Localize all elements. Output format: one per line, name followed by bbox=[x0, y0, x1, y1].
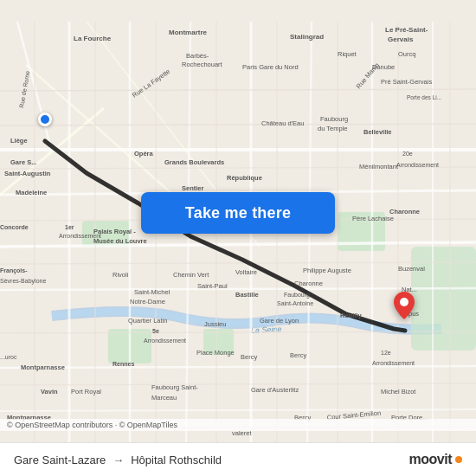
svg-text:Gare de Lyon: Gare de Lyon bbox=[260, 317, 299, 325]
svg-text:Rennes: Rennes bbox=[113, 361, 134, 367]
origin-marker bbox=[38, 113, 52, 126]
svg-text:...uroc: ...uroc bbox=[0, 354, 17, 360]
svg-text:République: République bbox=[227, 174, 262, 182]
svg-text:La Fourche: La Fourche bbox=[74, 35, 112, 42]
svg-text:Philippe Auguste: Philippe Auguste bbox=[303, 267, 351, 274]
route-arrow-icon: → bbox=[113, 453, 124, 466]
svg-text:Palais Royal -: Palais Royal - bbox=[93, 228, 136, 235]
svg-text:Reuilly: Reuilly bbox=[340, 312, 362, 319]
svg-text:Bastille: Bastille bbox=[235, 291, 259, 299]
svg-text:Pré Saint-Gervais: Pré Saint-Gervais bbox=[381, 78, 432, 86]
moovit-logo: moovit bbox=[409, 452, 462, 467]
svg-text:Faubourg Saint-: Faubourg Saint- bbox=[151, 383, 198, 391]
svg-text:Barbès-: Barbès- bbox=[186, 52, 209, 60]
svg-text:Faubourg: Faubourg bbox=[320, 115, 348, 123]
svg-text:Charonne: Charonne bbox=[294, 280, 323, 287]
svg-text:Rochechouart: Rochechouart bbox=[182, 61, 223, 68]
svg-text:Liège: Liège bbox=[10, 137, 28, 145]
destination-marker bbox=[394, 292, 415, 323]
svg-text:Château d'Eau: Château d'Eau bbox=[261, 119, 304, 127]
route-info: Gare Saint-Lazare → Hôpital Rothschild bbox=[14, 453, 409, 466]
svg-text:Arrondissement: Arrondissement bbox=[372, 360, 415, 366]
take-me-there-button[interactable]: Take me there bbox=[141, 192, 335, 234]
svg-text:Belleville: Belleville bbox=[363, 128, 392, 136]
attribution-text: © OpenStreetMap contributors · © OpenMap… bbox=[7, 421, 177, 429]
svg-text:Port Royal: Port Royal bbox=[71, 388, 101, 396]
svg-text:Marceau: Marceau bbox=[151, 394, 177, 402]
svg-text:12e: 12e bbox=[381, 350, 391, 356]
svg-text:Bercy: Bercy bbox=[241, 353, 257, 361]
svg-text:Rivoli: Rivoli bbox=[113, 271, 129, 279]
svg-text:Madeleine: Madeleine bbox=[16, 189, 47, 196]
attribution-bar: © OpenStreetMap contributors · © OpenMap… bbox=[0, 419, 476, 431]
svg-text:Jussieu: Jussieu bbox=[204, 320, 226, 328]
destination-label: Hôpital Rothschild bbox=[131, 453, 222, 466]
svg-text:Gervais: Gervais bbox=[388, 35, 414, 43]
moovit-dot-icon bbox=[455, 456, 462, 463]
svg-text:Michel Bizot: Michel Bizot bbox=[381, 388, 416, 396]
svg-text:Musée du Louvre: Musée du Louvre bbox=[93, 237, 147, 245]
origin-label: Gare Saint-Lazare bbox=[14, 453, 106, 466]
svg-text:Place Monge: Place Monge bbox=[196, 349, 235, 357]
svg-text:du Temple: du Temple bbox=[318, 125, 347, 132]
svg-text:Sèvres-Babylone: Sèvres-Babylone bbox=[0, 278, 46, 285]
svg-text:Voltaire: Voltaire bbox=[235, 268, 257, 276]
svg-text:Grands Boulevards: Grands Boulevards bbox=[164, 158, 224, 166]
svg-text:Ménilmontant: Ménilmontant bbox=[359, 163, 399, 170]
svg-text:Concorde: Concorde bbox=[0, 224, 29, 230]
svg-text:Montparnasse: Montparnasse bbox=[21, 363, 65, 371]
svg-text:Danube: Danube bbox=[372, 63, 395, 71]
svg-text:Saint-Augustin: Saint-Augustin bbox=[4, 170, 51, 177]
svg-text:Buzenval: Buzenval bbox=[398, 265, 425, 273]
svg-text:20e: 20e bbox=[402, 151, 413, 157]
svg-text:Riquet: Riquet bbox=[338, 50, 357, 58]
svg-text:Opéra: Opéra bbox=[134, 150, 154, 158]
map-background: La Seine bbox=[0, 0, 476, 476]
bottom-bar: Gare Saint-Lazare → Hôpital Rothschild m… bbox=[0, 442, 476, 476]
svg-text:Quartier Latin: Quartier Latin bbox=[128, 317, 167, 325]
svg-text:Saint-Paul: Saint-Paul bbox=[197, 282, 228, 290]
svg-text:Stalingrad: Stalingrad bbox=[290, 33, 324, 41]
svg-text:Le Pré-Saint-: Le Pré-Saint- bbox=[385, 26, 428, 34]
svg-text:Arrondissement: Arrondissement bbox=[144, 338, 186, 344]
svg-text:Charonne: Charonne bbox=[389, 208, 420, 215]
svg-text:Notre-Dame: Notre-Dame bbox=[130, 298, 165, 306]
svg-text:5e: 5e bbox=[152, 328, 159, 334]
svg-text:Paris Gare du Nord: Paris Gare du Nord bbox=[242, 63, 299, 71]
svg-text:Père Lachaise: Père Lachaise bbox=[352, 215, 394, 222]
svg-text:François-: François- bbox=[0, 267, 28, 274]
svg-text:Porte des Li...: Porte des Li... bbox=[407, 94, 441, 100]
moovit-text: moovit bbox=[409, 452, 452, 467]
svg-text:Bercy: Bercy bbox=[290, 351, 306, 359]
map-container: La Seine bbox=[0, 0, 476, 476]
svg-text:Sentier: Sentier bbox=[182, 184, 204, 192]
svg-text:Chemin Vert: Chemin Vert bbox=[173, 271, 209, 279]
svg-text:Faubourg: Faubourg bbox=[284, 292, 310, 299]
svg-text:Montmartre: Montmartre bbox=[169, 29, 208, 36]
svg-text:Gare d'Austerlitz: Gare d'Austerlitz bbox=[251, 386, 299, 394]
svg-text:1er: 1er bbox=[65, 224, 74, 230]
svg-text:Ourcq: Ourcq bbox=[398, 50, 415, 58]
svg-text:Arrondissement: Arrondissement bbox=[396, 162, 439, 168]
svg-text:Vavin: Vavin bbox=[41, 388, 58, 396]
svg-text:Saint-Michel: Saint-Michel bbox=[134, 288, 170, 296]
svg-text:Gare S...: Gare S... bbox=[10, 158, 36, 166]
svg-point-121 bbox=[400, 298, 408, 306]
svg-text:Saint-Antoine: Saint-Antoine bbox=[277, 300, 313, 306]
